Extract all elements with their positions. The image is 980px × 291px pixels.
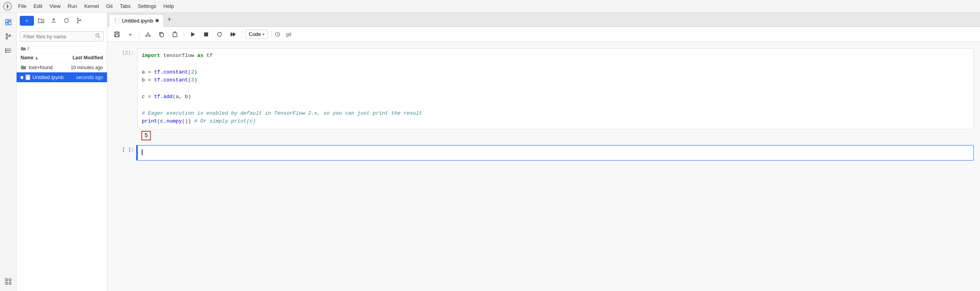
svg-rect-2 bbox=[9, 19, 11, 21]
new-folder-button[interactable] bbox=[36, 15, 47, 26]
menu-file[interactable]: File bbox=[15, 2, 30, 11]
dropdown-arrow-icon: ▾ bbox=[263, 32, 265, 36]
cell-1-prompt: [2]: bbox=[114, 48, 137, 142]
svg-point-6 bbox=[6, 38, 8, 39]
svg-rect-33 bbox=[115, 35, 118, 37]
git-label: git bbox=[283, 30, 295, 38]
svg-line-38 bbox=[148, 32, 148, 33]
paste-button[interactable] bbox=[169, 29, 180, 40]
search-box bbox=[20, 31, 104, 42]
cell-type-label: Code bbox=[249, 31, 261, 37]
folder-icon bbox=[21, 46, 26, 51]
svg-point-21 bbox=[96, 34, 99, 37]
cell-1-input[interactable]: import tensorflow as tf a = tf.constant(… bbox=[137, 48, 974, 129]
clock-icon bbox=[275, 32, 280, 37]
svg-point-30 bbox=[115, 20, 116, 21]
sidebar: + + / bbox=[17, 13, 107, 291]
notebook-tab-icon bbox=[114, 18, 120, 23]
code-line: a = tf.constant(2) bbox=[142, 68, 969, 77]
refresh-button[interactable] bbox=[61, 15, 72, 26]
new-button[interactable]: + + bbox=[20, 16, 34, 26]
svg-rect-3 bbox=[6, 23, 8, 25]
menu-view[interactable]: View bbox=[46, 2, 64, 11]
restart-button[interactable] bbox=[214, 29, 225, 40]
notebook-file-icon bbox=[25, 74, 31, 80]
svg-point-29 bbox=[115, 19, 116, 20]
save-button[interactable] bbox=[111, 29, 122, 40]
file-list: lost+found 10 minutes ago Untitled.ipynb… bbox=[17, 62, 107, 291]
svg-line-22 bbox=[99, 37, 100, 38]
menu-help[interactable]: Help bbox=[160, 2, 177, 11]
content-area: Untitled.ipynb + + bbox=[107, 13, 980, 291]
sort-icon: ▲ bbox=[35, 56, 39, 60]
cell-type-dropdown[interactable]: Code ▾ bbox=[245, 30, 268, 39]
file-modified: 10 minutes ago bbox=[60, 65, 103, 70]
cut-button[interactable] bbox=[143, 29, 154, 40]
list-item[interactable]: Untitled.ipynb seconds ago bbox=[17, 72, 107, 82]
git-small-button[interactable] bbox=[73, 15, 84, 26]
cursor bbox=[142, 149, 143, 155]
output-value: 5 bbox=[141, 131, 151, 140]
add-cell-button[interactable]: + bbox=[125, 29, 136, 40]
stop-button[interactable] bbox=[201, 29, 212, 40]
extensions-icon-btn[interactable] bbox=[2, 275, 15, 288]
code-line: print(c.numpy()) # Or simply print(c) bbox=[142, 117, 969, 126]
restart-run-button[interactable] bbox=[227, 29, 238, 40]
toolbar-divider bbox=[139, 30, 139, 38]
app-logo bbox=[3, 2, 12, 11]
name-label: Name bbox=[21, 55, 34, 60]
search-icon bbox=[95, 33, 100, 40]
menu-kernel[interactable]: Kernel bbox=[81, 2, 102, 11]
modified-column-header: Last Modified bbox=[60, 55, 103, 60]
name-column-header[interactable]: Name ▲ bbox=[21, 55, 60, 60]
file-name: Untitled.ipynb bbox=[32, 74, 64, 80]
tab-untitled[interactable]: Untitled.ipynb bbox=[109, 14, 164, 27]
svg-rect-13 bbox=[9, 279, 11, 281]
file-modified: seconds ago bbox=[64, 75, 103, 80]
copy-button[interactable] bbox=[156, 29, 167, 40]
cell-1: [2]: import tensorflow as tf a = tf.cons… bbox=[114, 48, 974, 142]
svg-rect-42 bbox=[204, 32, 208, 36]
svg-point-5 bbox=[6, 34, 8, 35]
cell-1-body: import tensorflow as tf a = tf.constant(… bbox=[137, 48, 974, 142]
cell-2-input[interactable] bbox=[137, 145, 974, 161]
menu-run[interactable]: Run bbox=[64, 2, 80, 11]
cell-2: [ ]: bbox=[114, 145, 974, 161]
svg-line-37 bbox=[148, 33, 150, 35]
icon-bar bbox=[0, 13, 17, 291]
unsaved-dot bbox=[156, 19, 159, 22]
table-icon-btn[interactable] bbox=[2, 44, 15, 57]
search-input[interactable] bbox=[23, 34, 95, 40]
svg-rect-12 bbox=[6, 279, 8, 281]
svg-rect-1 bbox=[6, 19, 8, 22]
tab-bar: Untitled.ipynb + bbox=[107, 13, 980, 27]
git-icon-btn[interactable] bbox=[2, 30, 15, 43]
run-button[interactable] bbox=[187, 29, 198, 40]
files-icon-btn[interactable] bbox=[2, 16, 15, 28]
svg-rect-4 bbox=[9, 22, 11, 25]
menu-settings[interactable]: Settings bbox=[135, 2, 160, 11]
upload-button[interactable] bbox=[48, 15, 59, 26]
svg-rect-39 bbox=[160, 33, 163, 37]
svg-rect-32 bbox=[116, 32, 118, 34]
svg-point-18 bbox=[77, 18, 78, 19]
menu-edit[interactable]: Edit bbox=[30, 2, 45, 11]
list-item[interactable]: lost+found 10 minutes ago bbox=[17, 62, 107, 72]
add-tab-button[interactable]: + bbox=[164, 14, 175, 25]
code-line: import tensorflow as tf bbox=[142, 52, 969, 60]
menu-git[interactable]: Git bbox=[103, 2, 116, 11]
menubar: File Edit View Run Kernel Git Tabs Setti… bbox=[0, 0, 980, 13]
code-line: c = tf.add(a, b) bbox=[142, 93, 969, 101]
svg-point-34 bbox=[146, 35, 147, 37]
plus-icon: + bbox=[25, 18, 28, 24]
notebook-toolbar: + C bbox=[107, 27, 980, 42]
toolbar-divider-2 bbox=[184, 30, 184, 38]
toolbar-divider-4 bbox=[271, 30, 272, 38]
svg-rect-40 bbox=[173, 33, 177, 37]
code-line bbox=[142, 101, 969, 110]
cell-1-output: 5 bbox=[137, 129, 974, 142]
sidebar-toolbar: + + bbox=[17, 13, 107, 29]
menu-tabs[interactable]: Tabs bbox=[116, 2, 133, 11]
svg-rect-15 bbox=[9, 282, 11, 284]
toolbar-divider-3 bbox=[242, 30, 242, 38]
